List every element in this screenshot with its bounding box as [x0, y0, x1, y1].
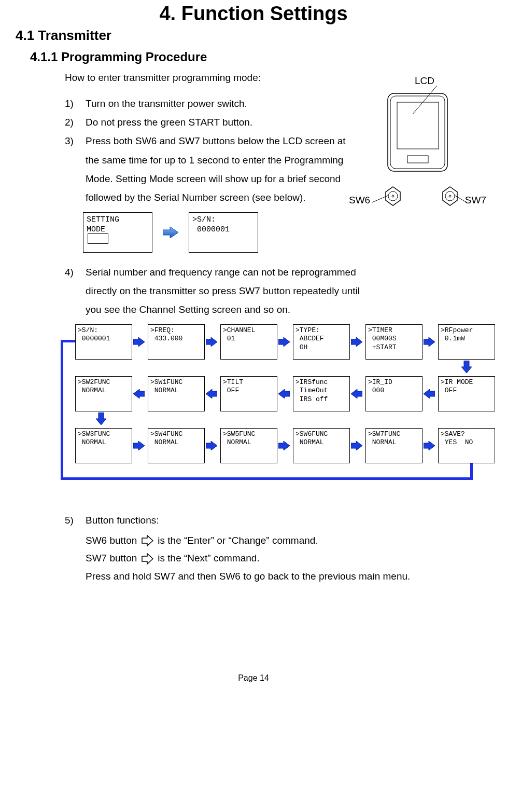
flow-sw5func: >SW5FUNC NORMAL	[220, 428, 277, 463]
flow-save: >SAVE? YES NO	[438, 428, 495, 463]
step-2-num: 2)	[65, 113, 86, 132]
section-4-1-1: 4.1.1 Programming Procedure	[30, 50, 491, 64]
arrow-right-icon	[424, 337, 435, 347]
svg-rect-4	[407, 156, 428, 163]
arrow-right-icon	[278, 337, 290, 347]
arrow-right-icon	[206, 337, 217, 347]
svg-marker-29	[351, 441, 362, 450]
svg-marker-27	[206, 441, 217, 450]
step-4-text: Serial number and frequency range can no…	[86, 263, 360, 319]
step-1-text: Turn on the transmitter power switch.	[86, 94, 360, 113]
screen-sequence: SETTING MODE >S/N: 0000001	[83, 212, 491, 253]
sw7-button-desc: is the “Next” command.	[158, 549, 259, 567]
svg-marker-18	[424, 337, 435, 347]
arrow-right-icon	[278, 441, 290, 450]
svg-rect-2	[390, 96, 445, 169]
arrow-right-icon	[351, 441, 362, 450]
svg-marker-9	[443, 187, 457, 205]
flow-rfpower: >RFpower 0.1mW	[438, 324, 495, 360]
arrow-right-outline-icon	[141, 553, 153, 565]
step-4: 4) Serial number and frequency range can…	[65, 263, 360, 319]
chapter-title: 4. Function Settings	[16, 3, 491, 25]
arrow-left-icon	[424, 389, 435, 398]
flowchart: >S/N: 0000001 >FREQ: 433.000 >CHANNEL 01…	[65, 324, 495, 496]
arrow-left-icon	[206, 389, 217, 398]
flow-irmode: >IR MODE OFF	[438, 376, 495, 411]
arrow-down-icon	[461, 361, 472, 373]
flow-tilt: >TILT OFF	[220, 376, 277, 411]
arrow-right-icon	[351, 337, 362, 347]
svg-marker-20	[133, 389, 145, 398]
flow-sw4func: >SW4FUNC NORMAL	[148, 428, 205, 463]
svg-marker-16	[278, 337, 290, 347]
svg-marker-24	[424, 389, 435, 398]
intro-text: How to enter transmitter programming mod…	[65, 70, 355, 86]
svg-marker-23	[351, 389, 362, 398]
svg-marker-32	[142, 554, 153, 564]
step-3-num: 3)	[65, 132, 86, 207]
flow-irsfunc: >IRSfunc TimeOut IRS off	[293, 376, 350, 411]
arrow-left-icon	[133, 389, 145, 398]
step-3-text: Press both SW6 and SW7 buttons below the…	[86, 132, 360, 207]
svg-point-10	[445, 191, 455, 201]
step-2: 2) Do not press the green START button.	[65, 113, 360, 132]
svg-marker-15	[206, 337, 217, 347]
svg-marker-13	[163, 227, 178, 238]
arrow-left-icon	[351, 389, 362, 398]
svg-marker-19	[461, 361, 472, 373]
section-4-1: 4.1 Transmitter	[16, 27, 491, 44]
svg-marker-30	[424, 441, 435, 450]
flow-sw2func: >SW2FUNC NORMAL	[75, 376, 132, 411]
back-instruction: Press and hold SW7 and then SW6 to go ba…	[86, 568, 491, 585]
arrow-right-outline-icon	[141, 535, 153, 546]
svg-marker-21	[206, 389, 217, 398]
flow-sn: >S/N: 0000001	[75, 324, 132, 360]
flow-type: >TYPE: ABCDEF GH	[293, 324, 350, 360]
sw7-label: SW7	[465, 195, 486, 206]
lcd-label: LCD	[415, 75, 434, 87]
sw6-button-desc: is the “Enter” or “Change” command.	[158, 532, 318, 549]
flow-channel: >CHANNEL 01	[220, 324, 277, 360]
sw7-button-label: SW7 button	[86, 549, 137, 567]
page-number: Page 14	[16, 673, 491, 683]
svg-marker-17	[351, 337, 362, 347]
sw6-button-label: SW6 button	[86, 532, 137, 549]
svg-marker-26	[133, 441, 145, 450]
arrow-right-icon	[163, 227, 178, 238]
svg-marker-28	[278, 441, 290, 450]
svg-marker-25	[96, 412, 106, 425]
step-1: 1) Turn on the transmitter power switch.	[65, 94, 360, 113]
svg-point-6	[388, 191, 398, 201]
lcd-setting-mode: SETTING MODE	[83, 212, 152, 253]
svg-marker-14	[133, 337, 145, 347]
sw6-label: SW6	[349, 195, 370, 206]
svg-point-11	[449, 195, 451, 197]
step-5-text: Button functions:	[86, 511, 360, 530]
flow-sw7func: >SW7FUNC NORMAL	[365, 428, 422, 463]
arrow-right-icon	[424, 441, 435, 450]
flow-freq: >FREQ: 433.000	[148, 324, 205, 360]
flow-irid: >IR_ID 000	[365, 376, 422, 411]
svg-line-0	[413, 86, 437, 114]
svg-rect-3	[397, 102, 439, 149]
svg-marker-22	[278, 389, 290, 398]
step-1-num: 1)	[65, 94, 86, 113]
lcd-serial-number: >S/N: 0000001	[189, 212, 258, 253]
arrow-down-icon	[96, 412, 106, 425]
flow-timer: >TIMER 00M00S +START	[365, 324, 422, 360]
step-2-text: Do not press the green START button.	[86, 113, 360, 132]
button-functions: SW6 button is the “Enter” or “Change” co…	[86, 532, 491, 585]
step-5: 5) Button functions:	[65, 511, 360, 530]
flow-sw1func: >SW1FUNC NORMAL	[148, 376, 205, 411]
arrow-right-icon	[206, 441, 217, 450]
arrow-right-icon	[133, 337, 145, 347]
svg-marker-5	[386, 187, 400, 205]
svg-marker-31	[142, 535, 153, 546]
arrow-left-icon	[278, 389, 290, 398]
flow-sw3func: >SW3FUNC NORMAL	[75, 428, 132, 463]
svg-point-7	[392, 195, 394, 197]
arrow-right-icon	[133, 441, 145, 450]
step-5-num: 5)	[65, 511, 86, 530]
device-figure: LCD SW6 SW7	[351, 75, 486, 215]
flow-sw6func: >SW6FUNC NORMAL	[293, 428, 350, 463]
